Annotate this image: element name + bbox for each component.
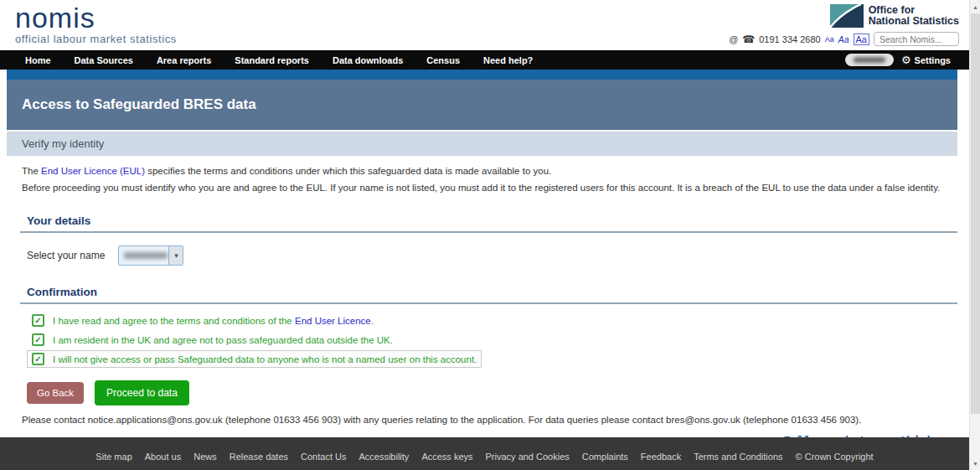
confirmation-label-1: I have read and agree to the terms and c…	[53, 316, 374, 326]
chevron-down-icon[interactable]: ▾	[168, 246, 183, 265]
confirmation-label-3: I will not give access or pass Safeguard…	[53, 354, 477, 364]
confirmation-row-3: ✓ I will not give access or pass Safegua…	[27, 350, 482, 368]
eul-link-2[interactable]: End User Licence	[295, 316, 371, 326]
footer-link[interactable]: Accessibility	[358, 452, 409, 462]
your-details-heading: Your details	[27, 214, 957, 227]
footer-link[interactable]: Feedback	[641, 452, 681, 462]
nav-item[interactable]: Data downloads	[333, 55, 403, 65]
nav-items: HomeData SourcesArea reportsStandard rep…	[25, 55, 556, 65]
page-subtitle-band: Verify my identity	[7, 132, 957, 156]
confirmation-label-2: I am resident in the UK and agree not to…	[53, 335, 393, 345]
font-size-medium-button[interactable]: Aa	[838, 34, 849, 44]
user-name-pill-redacted[interactable]	[845, 54, 894, 66]
footer-link[interactable]: Release dates	[230, 452, 288, 462]
site-header: nomis official labour market statistics …	[0, 0, 969, 50]
page-title: Access to Safeguarded BRES data	[22, 96, 256, 113]
footer-link[interactable]: Site map	[95, 452, 132, 462]
nav-item[interactable]: Need help?	[483, 55, 533, 65]
scrollbar-thumb[interactable]	[971, 13, 980, 414]
footer-link[interactable]: Complaints	[582, 452, 628, 462]
confirmation-divider	[20, 302, 957, 304]
confirmation-row-1: ✓ I have read and agree to the terms and…	[27, 312, 379, 329]
page-title-band: Access to Safeguarded BRES data	[7, 80, 957, 130]
main-nav: HomeData SourcesArea reportsStandard rep…	[0, 50, 969, 70]
confirmation-row-2: ✓ I am resident in the UK and agree not …	[27, 331, 398, 349]
settings-button[interactable]: ⚙ Settings	[901, 54, 951, 66]
email-icon[interactable]: @	[729, 34, 738, 44]
settings-label: Settings	[915, 55, 951, 65]
nav-item[interactable]: Area reports	[157, 55, 211, 65]
eul-link[interactable]: End User Licence (EUL)	[41, 166, 145, 176]
vertical-scrollbar[interactable]: ▲ ▼	[969, 0, 980, 470]
redacted-user-name	[854, 57, 885, 63]
name-select[interactable]: ▾	[118, 245, 183, 266]
gear-icon: ⚙	[901, 54, 911, 66]
footer-link[interactable]: News	[193, 452, 217, 462]
search-input[interactable]	[874, 32, 959, 46]
crown-copyright: © Crown Copyright	[796, 452, 874, 462]
nav-item[interactable]: Standard reports	[235, 55, 309, 65]
nav-item[interactable]: Census	[426, 55, 460, 65]
ons-logo-line2: National Statistics	[869, 16, 959, 27]
page-subtitle: Verify my identity	[22, 137, 104, 150]
footer-link[interactable]: About us	[145, 452, 181, 462]
footer-links: Site mapAbout usNewsRelease datesContact…	[0, 437, 969, 462]
nomis-logo[interactable]: nomis official labour market statistics	[15, 3, 177, 45]
nav-item[interactable]: Data Sources	[75, 55, 133, 65]
proceed-to-data-button[interactable]: Proceed to data	[95, 380, 189, 405]
go-back-button[interactable]: Go Back	[27, 382, 84, 404]
ons-logo: Office for National Statistics	[729, 4, 959, 28]
intro-paragraph-1: The End User Licence (EUL) specifies the…	[22, 165, 957, 178]
phone-number: 0191 334 2680	[759, 34, 820, 44]
font-size-small-button[interactable]: Aa	[825, 34, 834, 44]
checkbox-eul-agree[interactable]: ✓	[32, 314, 44, 327]
selected-name-redacted	[119, 246, 168, 265]
select-name-label: Select your name	[27, 250, 105, 261]
contact-note: Please contact notice.applications@ons.g…	[22, 415, 957, 425]
footer-link[interactable]: Terms and Conditions	[694, 452, 782, 462]
page: nomis official labour market statistics …	[0, 0, 969, 470]
ons-logo-icon	[830, 4, 864, 28]
footer-link[interactable]: Contact Us	[301, 452, 346, 462]
footer-link[interactable]: Privacy and Cookies	[486, 452, 570, 462]
checkbox-uk-resident[interactable]: ✓	[32, 333, 44, 346]
scrollbar-up-icon[interactable]: ▲	[970, 1, 980, 13]
top-blue-band	[7, 70, 957, 80]
confirmation-heading: Confirmation	[27, 286, 957, 298]
logo-tagline: official labour market statistics	[15, 33, 177, 45]
your-details-divider	[20, 231, 957, 233]
footer-link[interactable]: Access keys	[421, 452, 472, 462]
site-footer: Site mapAbout usNewsRelease datesContact…	[0, 437, 969, 470]
logo-text: nomis	[15, 3, 177, 33]
font-size-large-button[interactable]: Aa	[854, 34, 869, 45]
intro-paragraph-2: Before proceeding you must identify who …	[22, 182, 957, 194]
scrollbar-down-icon[interactable]: ▼	[970, 457, 980, 469]
phone-icon: ☎	[742, 34, 755, 45]
nav-item[interactable]: Home	[25, 55, 51, 65]
checkbox-no-sharing[interactable]: ✓	[32, 353, 44, 365]
